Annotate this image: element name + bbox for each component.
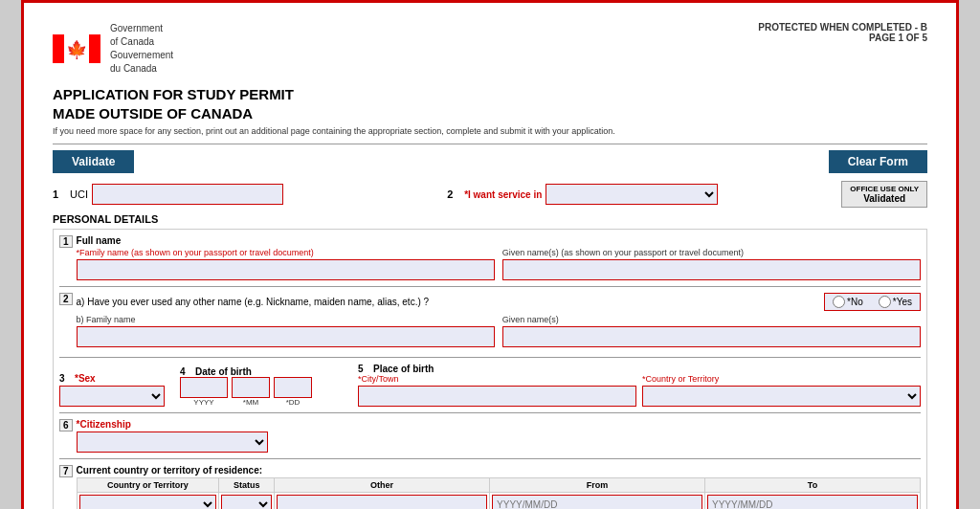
gov-text: Government of Canada Gouvernement du Can… (110, 22, 173, 76)
row2-content: a) Have you ever used any other name (e.… (77, 293, 921, 351)
row4-num: 4 (180, 366, 191, 377)
dob-label-row: 4 Date of birth (180, 366, 352, 377)
office-use-box: OFFICE USE ONLY Validated (841, 181, 927, 208)
title-line1: APPLICATION FOR STUDY PERMIT MADE OUTSID… (53, 85, 927, 122)
other-family-input[interactable] (77, 326, 495, 347)
residence-data-row (77, 493, 920, 510)
family-name-input[interactable] (77, 259, 495, 280)
row7-num: 7 (59, 465, 73, 477)
city-input[interactable] (358, 386, 636, 407)
citizenship-select[interactable] (77, 432, 268, 453)
res-country-cell (77, 493, 219, 510)
mm-label: *MM (243, 398, 258, 407)
res-status-select[interactable] (221, 495, 272, 509)
res-to-input[interactable] (707, 495, 918, 509)
clear-form-button[interactable]: Clear Form (829, 150, 927, 173)
other-given-input[interactable] (502, 326, 921, 347)
sex-label: *Sex (75, 373, 96, 384)
top-fields-row: 1 UCI 2 *I want service in English Frenc… (53, 181, 927, 208)
row5-num: 5 (358, 364, 369, 374)
yes-no-radio-group: *No *Yes (824, 293, 921, 311)
country-col: *Country or Territory (642, 374, 921, 407)
title-line2: MADE OUTSIDE OF CANADA (53, 105, 253, 122)
col-status: Status (219, 478, 275, 493)
name-row: *Family name (as shown on your passport … (77, 248, 921, 280)
gov-en: Government of Canada (110, 22, 173, 49)
given-name-col: Given name(s) (as shown on your passport… (502, 248, 921, 280)
other-name-fields: b) Family name Given name(s) (77, 315, 921, 347)
month-field: *MM (232, 377, 270, 407)
day-input[interactable] (274, 377, 312, 398)
personal-details-section: 1 Full name *Family name (as shown on yo… (53, 229, 927, 509)
res-other-input[interactable] (277, 495, 487, 509)
personal-details-header: PERSONAL DETAILS (53, 213, 927, 225)
row6-num: 6 (59, 419, 73, 432)
protected-text: PROTECTED WHEN COMPLETED - B PAGE 1 OF 5 (758, 22, 927, 43)
res-other-cell (275, 493, 490, 510)
sex-select[interactable]: Male Female Other (59, 386, 165, 407)
dob-inputs: YYYY *MM *DD (180, 377, 352, 407)
city-country-row: *City/Town *Country or Territory (358, 374, 921, 407)
uci-num: 1 (53, 188, 66, 200)
residence-label: Current country or territory of residenc… (77, 465, 921, 476)
header: 🍁 Government of Canada Gouvernement du C… (53, 22, 927, 76)
row1-num: 1 (59, 235, 73, 248)
res-status-cell (219, 493, 275, 510)
yes-label: *Yes (893, 297, 912, 307)
yes-radio[interactable] (879, 296, 891, 308)
row-fullname: 1 Full name *Family name (as shown on yo… (59, 235, 921, 280)
uci-input[interactable] (92, 184, 283, 205)
service-select[interactable]: English French (546, 184, 718, 205)
service-label: *I want service in (464, 189, 542, 200)
yyyy-label: YYYY (193, 398, 213, 407)
svg-rect-2 (89, 34, 100, 63)
other-name-question: a) Have you ever used any other name (e.… (77, 297, 817, 307)
given-name-input[interactable] (502, 259, 921, 280)
no-radio[interactable] (833, 296, 845, 308)
country-select[interactable] (642, 386, 921, 407)
validate-button[interactable]: Validate (53, 150, 134, 173)
dob-section: 4 Date of birth YYYY *MM *DD (180, 366, 352, 407)
title-section: APPLICATION FOR STUDY PERMIT MADE OUTSID… (53, 85, 927, 136)
uci-label: UCI (70, 188, 88, 200)
no-option[interactable]: *No (825, 294, 871, 310)
other-given-col: Given name(s) (502, 315, 921, 347)
row2-num: 2 (59, 293, 73, 305)
other-family-label: b) Family name (77, 315, 495, 324)
family-name-col: *Family name (as shown on your passport … (77, 248, 495, 280)
row-citizenship: 6 *Citizenship (59, 419, 921, 453)
button-bar: Validate Clear Form (53, 150, 927, 173)
yes-option[interactable]: *Yes (871, 294, 920, 310)
row1-content: Full name *Family name (as shown on your… (77, 235, 921, 280)
year-input[interactable] (180, 377, 228, 398)
page-wrapper: 🍁 Government of Canada Gouvernement du C… (21, 0, 959, 509)
fullname-label: Full name (77, 235, 921, 246)
divider5 (59, 458, 921, 459)
res-to-cell (705, 493, 921, 510)
svg-text:🍁: 🍁 (66, 39, 88, 60)
no-label: *No (847, 297, 863, 307)
city-col: *City/Town (358, 374, 636, 407)
res-country-select[interactable] (79, 495, 217, 509)
col-other: Other (275, 478, 490, 493)
res-from-input[interactable] (492, 495, 702, 509)
other-family-col: b) Family name (77, 315, 495, 347)
country-label: *Country or Territory (642, 374, 921, 384)
dob-label: Date of birth (195, 366, 252, 377)
day-field: *DD (274, 377, 312, 407)
sex-section: 3 *Sex Male Female Other (59, 373, 174, 407)
gov-fr: Gouvernement du Canada (110, 49, 173, 76)
page-label: PAGE 1 OF 5 (758, 33, 927, 43)
citizenship-label: *Citizenship (77, 419, 268, 430)
col-to: To (705, 478, 921, 493)
residence-content: Current country or territory of residenc… (77, 465, 921, 509)
given-name-label: Given name(s) (as shown on your passport… (502, 248, 921, 257)
pob-section: 5 Place of birth *City/Town *Country or … (358, 364, 921, 407)
svg-rect-0 (53, 34, 64, 63)
form-subtitle: If you need more space for any section, … (53, 126, 927, 136)
month-input[interactable] (232, 377, 270, 398)
other-given-label: Given name(s) (502, 315, 921, 324)
residence-header-row: Country or Territory Status Other From T… (77, 478, 920, 493)
uci-field-group: 1 UCI (53, 181, 443, 208)
row-residence: 7 Current country or territory of reside… (59, 465, 921, 509)
